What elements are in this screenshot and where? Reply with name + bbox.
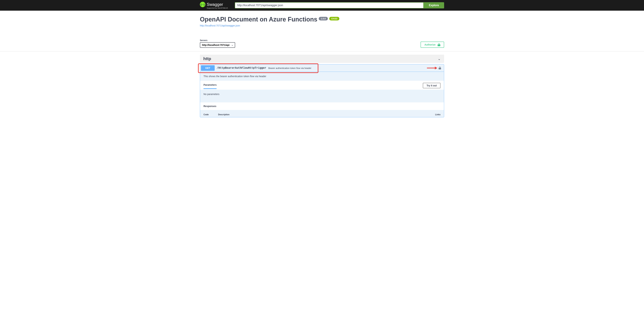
try-it-out-button[interactable]: Try it out — [423, 83, 440, 88]
chevron-down-icon: ⌄ — [438, 57, 441, 61]
server-select[interactable]: http://localhost:7071/api — [200, 42, 235, 48]
operation-description: This shows the bearer authentication tok… — [200, 72, 444, 81]
operation-summary[interactable]: GET /HttpBearerAuthFlowHttpTrigger Beare… — [200, 64, 444, 72]
operation-path: /HttpBearerAuthFlowHttpTrigger — [217, 66, 266, 70]
operations-section: http ⌄ GET /HttpBearerAuthFlowHttpTrigge… — [196, 55, 448, 117]
oas-badge: OAS3 — [329, 17, 339, 20]
no-parameters-text: No parameters — [200, 90, 444, 102]
tag-header[interactable]: http ⌄ — [200, 55, 444, 63]
servers-label: Servers — [200, 39, 235, 42]
col-code: Code — [204, 113, 218, 116]
lock-icon[interactable] — [438, 67, 441, 69]
operation-auth-indicator — [427, 67, 443, 69]
spec-link[interactable]: http://localhost:7071/api/swagger.json — [200, 24, 240, 27]
operation-body: This shows the bearer authentication tok… — [200, 72, 444, 117]
spec-url-input[interactable] — [235, 2, 424, 8]
swagger-logo-icon: {···} — [200, 2, 206, 7]
authorize-button[interactable]: Authorize — [420, 42, 444, 48]
col-links: Links — [430, 113, 440, 116]
annotation-arrow-icon — [427, 67, 437, 69]
topbar: {···} Swagger Supported by SMARTBEAR Exp… — [0, 0, 644, 11]
servers-block: Servers http://localhost:7071/api — [200, 39, 235, 48]
parameters-tab[interactable]: Parameters — [204, 83, 216, 89]
info-section: OpenAPI Document on Azure Functions 1.0.… — [196, 11, 448, 36]
parameters-header: Parameters Try it out — [200, 81, 444, 90]
logo-byline: Supported by SMARTBEAR — [207, 7, 228, 9]
logo-text: Swagger — [207, 2, 223, 7]
method-badge-get: GET — [201, 65, 215, 71]
operation-summary-text: Bearer authentication token flow via hea… — [268, 67, 311, 69]
tag-name: http — [203, 56, 211, 61]
operation-block: GET /HttpBearerAuthFlowHttpTrigger Beare… — [200, 64, 444, 117]
api-title: OpenAPI Document on Azure Functions — [200, 16, 317, 23]
unlock-icon — [438, 43, 440, 46]
scheme-container: Servers http://localhost:7071/api Author… — [0, 36, 644, 51]
authorize-label: Authorize — [424, 43, 436, 46]
logo[interactable]: {···} Swagger Supported by SMARTBEAR — [200, 2, 228, 9]
response-table-header: Code Description Links — [200, 110, 444, 117]
version-badge: 1.0.0 — [319, 17, 328, 20]
responses-header: Responses — [200, 102, 444, 110]
col-description: Description — [218, 113, 430, 116]
explore-button[interactable]: Explore — [424, 2, 444, 8]
